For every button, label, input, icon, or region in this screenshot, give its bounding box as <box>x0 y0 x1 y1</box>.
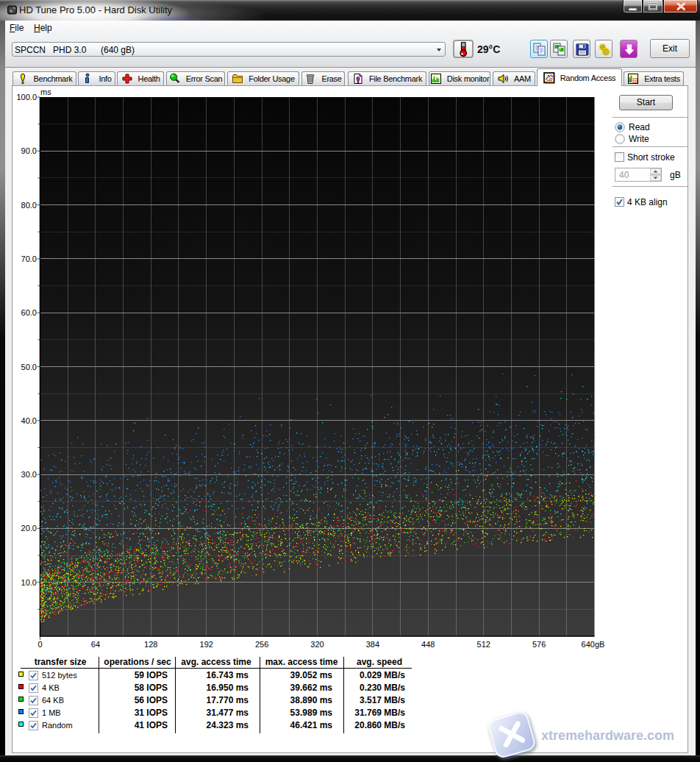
svg-text:30.0: 30.0 <box>21 470 37 479</box>
svg-text:10.0: 10.0 <box>21 578 37 587</box>
svg-text:80.0: 80.0 <box>21 201 37 210</box>
svg-text:128: 128 <box>144 640 157 649</box>
svg-text:576: 576 <box>532 640 546 649</box>
svg-text:60.0: 60.0 <box>21 308 37 317</box>
svg-text:64: 64 <box>91 640 100 649</box>
svg-text:0: 0 <box>38 640 42 649</box>
svg-text:192: 192 <box>200 640 213 649</box>
svg-text:40.0: 40.0 <box>21 416 37 425</box>
svg-text:640gB: 640gB <box>582 640 605 649</box>
svg-text:320: 320 <box>310 640 324 649</box>
svg-text:70.0: 70.0 <box>21 254 37 263</box>
svg-text:256: 256 <box>255 640 268 649</box>
svg-text:ms: ms <box>40 88 51 96</box>
svg-text:448: 448 <box>421 640 435 649</box>
svg-text:384: 384 <box>366 640 379 649</box>
svg-text:512: 512 <box>477 640 490 649</box>
svg-text:50.0: 50.0 <box>21 363 37 371</box>
svg-text:100.0: 100.0 <box>16 93 37 102</box>
svg-text:20.0: 20.0 <box>21 524 37 533</box>
svg-text:90.0: 90.0 <box>21 146 37 155</box>
